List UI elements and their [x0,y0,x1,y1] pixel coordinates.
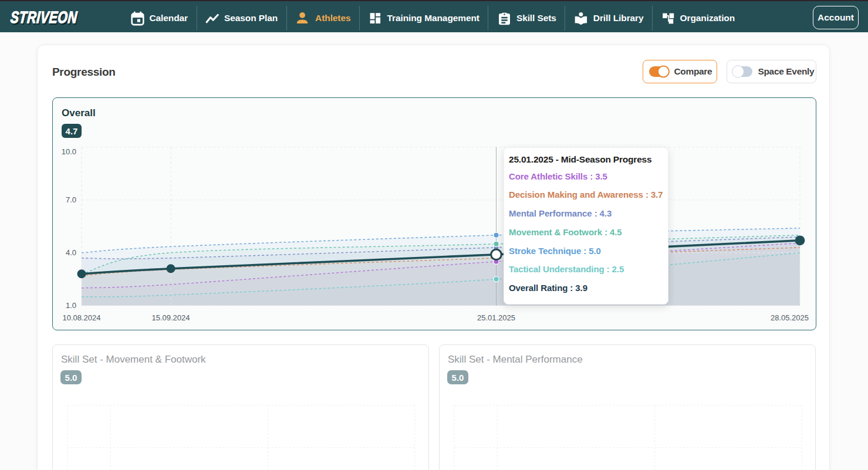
svg-text:1.0: 1.0 [66,301,76,310]
svg-text:28.05.2025: 28.05.2025 [771,313,809,322]
svg-text:4.0: 4.0 [66,248,76,257]
svg-text:15.09.2024: 15.09.2024 [151,313,190,322]
svg-text:25.01.2025: 25.01.2025 [477,313,515,322]
svg-text:10.08.2024: 10.08.2024 [62,313,100,322]
svg-text:10.0: 10.0 [62,147,76,156]
svg-text:7.0: 7.0 [66,195,76,204]
